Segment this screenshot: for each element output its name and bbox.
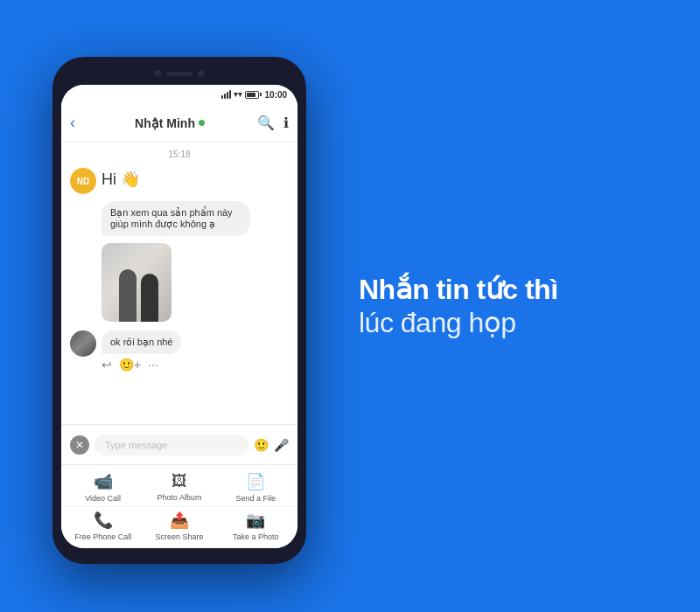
search-icon[interactable]: 🔍 bbox=[257, 115, 275, 131]
video-call-icon: 📹 bbox=[94, 472, 113, 491]
close-button[interactable]: ✕ bbox=[70, 435, 89, 455]
emoji-icon[interactable]: 🙂 bbox=[254, 438, 269, 452]
actions-row-1: 📹 Video Call 🖼 Photo Album 📄 Send a File bbox=[61, 465, 298, 506]
tagline: Nhắn tin tức thì lúc đang họp bbox=[359, 273, 558, 340]
video-call-action[interactable]: 📹 Video Call bbox=[65, 472, 141, 503]
mic-icon[interactable]: 🎤 bbox=[274, 438, 289, 452]
status-icons: ▾▾ 10:00 bbox=[221, 90, 287, 100]
phone-frame: ▾▾ 10:00 ‹ Nhật Minh 🔍 ℹ bbox=[52, 57, 306, 564]
message-row-3: ok rồi bạn nhé ↩ 🙂+ ··· bbox=[70, 330, 289, 372]
message-row-2: Bạn xem qua sản phẩm này giúp mình được … bbox=[70, 201, 289, 322]
info-icon[interactable]: ℹ bbox=[284, 115, 289, 131]
emoji-react-icon[interactable]: 🙂+ bbox=[119, 358, 141, 372]
right-content: Nhắn tin tức thì lúc đang họp bbox=[306, 273, 700, 340]
video-call-label: Video Call bbox=[85, 494, 121, 503]
free-phone-call-action[interactable]: 📞 Free Phone Call bbox=[65, 511, 141, 541]
send-file-action[interactable]: 📄 Send a File bbox=[218, 472, 294, 503]
shared-image bbox=[102, 243, 172, 322]
image-content bbox=[102, 243, 172, 322]
time-display: 10:00 bbox=[264, 90, 287, 100]
status-bar: ▾▾ 10:00 bbox=[61, 85, 298, 104]
phone-call-icon: 📞 bbox=[94, 511, 113, 530]
avatar-nd: ND bbox=[70, 168, 96, 194]
message-bubble-3: ok rồi bạn nhé bbox=[102, 330, 181, 354]
input-area: ✕ Type message 🙂 🎤 bbox=[61, 424, 298, 464]
send-file-label: Send a File bbox=[236, 494, 276, 503]
reaction-bar: ↩ 🙂+ ··· bbox=[102, 358, 181, 372]
photo-album-action[interactable]: 🖼 Photo Album bbox=[141, 472, 217, 503]
photo-album-icon: 🖼 bbox=[172, 472, 187, 490]
header-action-icons: 🔍 ℹ bbox=[257, 115, 289, 131]
screen-share-label: Screen Share bbox=[155, 532, 203, 541]
actions-row-2: 📞 Free Phone Call 📤 Screen Share 📷 Take … bbox=[61, 506, 298, 548]
chat-header: ‹ Nhật Minh 🔍 ℹ bbox=[61, 104, 298, 143]
contact-name-header: Nhật Minh bbox=[82, 116, 257, 130]
back-button[interactable]: ‹ bbox=[70, 114, 75, 132]
more-icon[interactable]: ··· bbox=[148, 358, 158, 372]
signal-icon bbox=[221, 90, 231, 99]
camera-left bbox=[154, 70, 161, 77]
message-bubble-2: Bạn xem qua sản phẩm này giúp mình được … bbox=[102, 201, 250, 236]
free-phone-call-label: Free Phone Call bbox=[74, 532, 131, 541]
phone-mockup: ▾▾ 10:00 ‹ Nhật Minh 🔍 ℹ bbox=[52, 57, 306, 564]
input-icons: 🙂 🎤 bbox=[254, 438, 289, 452]
reply-icon[interactable]: ↩ bbox=[102, 358, 112, 372]
camera-right bbox=[198, 70, 205, 77]
screen-share-icon: 📤 bbox=[170, 511, 189, 530]
take-photo-label: Take a Photo bbox=[233, 532, 279, 541]
bottom-actions: 📹 Video Call 🖼 Photo Album 📄 Send a File bbox=[61, 464, 298, 548]
online-status-dot bbox=[199, 120, 205, 126]
message-row-1: ND Hi 👋 bbox=[70, 168, 289, 194]
message-timestamp: 15:18 bbox=[70, 150, 289, 159]
avatar-photo bbox=[70, 330, 96, 357]
battery-icon bbox=[245, 91, 259, 99]
take-photo-icon: 📷 bbox=[246, 511, 265, 530]
send-file-icon: 📄 bbox=[246, 472, 265, 491]
take-photo-action[interactable]: 📷 Take a Photo bbox=[218, 511, 294, 541]
screen-share-action[interactable]: 📤 Screen Share bbox=[141, 511, 217, 541]
input-placeholder: Type message bbox=[105, 440, 168, 450]
phone-screen: ▾▾ 10:00 ‹ Nhật Minh 🔍 ℹ bbox=[61, 85, 298, 548]
tagline-line1: Nhắn tin tức thì bbox=[359, 273, 558, 306]
speaker bbox=[166, 72, 192, 76]
message-bubble-1: Hi 👋 bbox=[102, 168, 140, 191]
message-input[interactable]: Type message bbox=[94, 435, 248, 456]
wifi-icon: ▾▾ bbox=[234, 90, 242, 99]
messages-area: 15:18 ND Hi 👋 Bạn xem qua sản phẩm này g… bbox=[61, 143, 298, 424]
photo-album-label: Photo Album bbox=[157, 493, 201, 502]
phone-notch bbox=[61, 66, 298, 81]
tagline-line2: lúc đang họp bbox=[359, 306, 558, 339]
